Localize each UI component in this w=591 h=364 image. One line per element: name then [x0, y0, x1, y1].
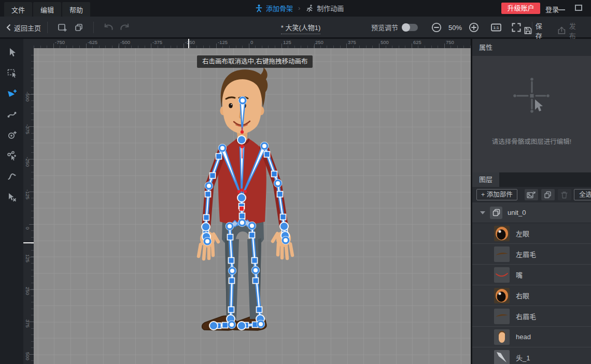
tab-layers[interactable]: 图层	[472, 172, 499, 187]
publish-button[interactable]: 发布	[557, 21, 582, 40]
duplicate-layer-button[interactable]	[541, 189, 555, 200]
breadcrumb-chevron-icon: ›	[298, 4, 300, 12]
breadcrumb-add-skeleton[interactable]: 添加骨架	[255, 3, 293, 13]
upgrade-account-button[interactable]: 升级账户	[501, 3, 540, 14]
save-button[interactable]: 保存	[524, 21, 548, 40]
select-all-button[interactable]: 全选	[574, 189, 591, 200]
ruler-label: 0	[25, 227, 31, 229]
redo-button[interactable]	[118, 21, 132, 34]
fullscreen-button[interactable]	[510, 21, 523, 34]
layer-thumbnail-eyebrow	[494, 246, 510, 262]
breadcrumb-make-animation[interactable]: 制作动画	[305, 3, 344, 13]
vertical-ruler: -500 -375 -250 -125 0 125 250 375 500	[23, 48, 34, 364]
layer-name: 右眉毛	[516, 311, 536, 321]
back-home-label: 返回主页	[14, 23, 41, 33]
cursor-arrow-icon	[535, 99, 543, 111]
menu-help[interactable]: 帮助	[62, 2, 90, 17]
preview-adjust-label: 预览调节	[371, 22, 398, 32]
window-minimize-button[interactable]	[558, 9, 565, 10]
menu-bar: 文件 编辑 帮助 添加骨架 › 制作动画 升级账户 登录	[0, 0, 591, 17]
svg-text:1:1: 1:1	[494, 25, 499, 30]
back-home-button[interactable]: 返回主页	[6, 23, 41, 33]
layer-row-right-eyebrow[interactable]: 右眉毛	[472, 306, 591, 327]
ruler-label: -500	[120, 39, 130, 45]
top-toolbar: 返回主页 * 大笑(人物1) 预览调节	[0, 17, 591, 39]
preview-adjust-toggle[interactable]	[402, 24, 418, 31]
ruler-label: -375	[152, 39, 162, 45]
menu-group: 文件 编辑 帮助	[4, 2, 91, 17]
layer-thumbnail-bone-shape	[494, 350, 510, 364]
layer-row-head[interactable]: head	[472, 327, 591, 347]
layers-toolbar: + 添加部件 全选	[472, 187, 591, 202]
remove-bone-tool[interactable]	[0, 187, 23, 208]
right-panel: 属性 请选择骨骼或图层进行编辑! 图层 + 添加部	[471, 39, 591, 364]
group-name: unit_0	[508, 209, 526, 216]
ruler-label: 500	[25, 352, 31, 360]
collapse-chevron-icon[interactable]	[480, 211, 485, 214]
save-label: 保存	[536, 21, 548, 40]
ruler-label: 375	[348, 39, 356, 45]
zoom-level-value[interactable]: 50%	[445, 24, 466, 32]
ruler-label: -125	[25, 190, 31, 199]
tool-palette	[0, 39, 23, 364]
ruler-label: -500	[25, 92, 31, 101]
stage-canvas[interactable]: 右击画布取消选中,右键拖拽移动画布	[34, 48, 471, 364]
layers-tabbar: 图层	[472, 172, 591, 187]
layer-group-unit0[interactable]: unit_0	[472, 202, 591, 223]
layer-thumbnail-mouth	[494, 267, 510, 283]
ruler-label: 125	[25, 254, 31, 263]
new-canvas-button[interactable]	[55, 21, 69, 34]
properties-panel-title: 属性	[472, 39, 591, 56]
layer-name: 左眼	[516, 228, 529, 238]
undo-button[interactable]	[102, 21, 115, 34]
toolbar-divider	[47, 22, 48, 33]
curve-point-tool[interactable]	[0, 104, 23, 125]
curve-line-tool[interactable]	[0, 166, 23, 187]
horizontal-ruler: -750 -625 -500 -375 -250 -125 0 125 250 …	[34, 39, 471, 48]
menu-file[interactable]: 文件	[4, 2, 32, 17]
ruler-label: 375	[25, 319, 31, 328]
duplicate-button[interactable]	[72, 21, 86, 34]
cursor-y-marker	[23, 242, 34, 243]
publish-label: 发布	[569, 21, 582, 40]
character-figure	[34, 48, 471, 364]
ruler-label: 125	[283, 39, 291, 45]
delete-layer-button[interactable]	[558, 189, 571, 200]
ruler-label: 625	[413, 39, 421, 45]
ruler-label: 500	[381, 39, 389, 45]
menu-edit[interactable]: 编辑	[33, 2, 61, 17]
login-button[interactable]: 登录	[545, 4, 559, 14]
zoom-actual-size-button[interactable]: 1:1	[489, 21, 503, 34]
layer-row-left-eye[interactable]: 左眼	[472, 223, 591, 244]
layer-row-head-1[interactable]: 头_1	[472, 347, 591, 364]
ruler-label: 250	[315, 39, 323, 45]
add-pin-tool[interactable]	[0, 125, 23, 145]
runner-icon	[305, 4, 314, 12]
ruler-label: 250	[25, 287, 31, 295]
layer-row-right-eye[interactable]: 右眼	[472, 285, 591, 306]
bone-cursor-tool[interactable]	[0, 145, 23, 166]
add-part-button[interactable]: + 添加部件	[476, 189, 517, 200]
import-image-button[interactable]	[525, 189, 538, 200]
breadcrumb-make-animation-label: 制作动画	[317, 3, 344, 13]
zoom-in-button[interactable]	[467, 21, 481, 34]
breadcrumb-add-skeleton-label: 添加骨架	[266, 3, 293, 13]
marquee-select-tool[interactable]	[0, 63, 23, 83]
ruler-label: -125	[218, 39, 228, 45]
ruler-label: -625	[88, 39, 97, 45]
ruler-label: -250	[185, 39, 195, 45]
add-bone-tool[interactable]	[0, 83, 23, 104]
properties-empty-hint: 请选择骨骼或图层进行编辑!	[472, 136, 591, 146]
layer-thumbnail-head	[494, 329, 510, 345]
document-title[interactable]: * 大笑(人物1)	[257, 22, 345, 32]
cursor-x-marker	[188, 39, 189, 48]
select-tool[interactable]	[0, 42, 23, 63]
ruler-label: -375	[25, 124, 31, 134]
window-maximize-button[interactable]	[575, 5, 582, 11]
layer-row-left-eyebrow[interactable]: 左眉毛	[472, 244, 591, 265]
ruler-label: 0	[250, 39, 253, 45]
zoom-out-button[interactable]	[430, 21, 443, 34]
properties-panel-body: 请选择骨骼或图层进行编辑!	[472, 56, 591, 172]
layer-row-mouth[interactable]: 嘴	[472, 265, 591, 285]
skeleton-person-icon	[255, 4, 263, 12]
